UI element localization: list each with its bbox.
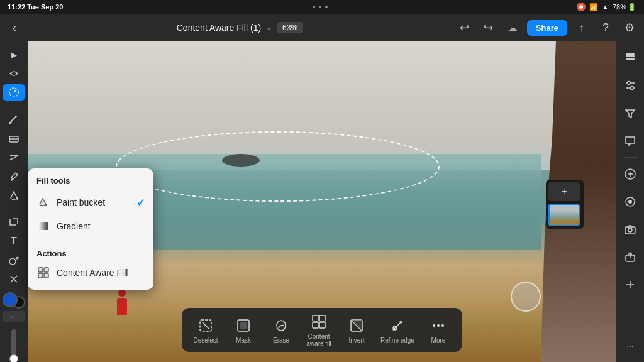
refine-edge-label: Refine edge [380, 337, 414, 344]
tool-fill[interactable] [3, 187, 25, 204]
battery-indicator: 78% 🔋 [613, 3, 636, 11]
svg-rect-21 [38, 273, 43, 278]
svg-rect-30 [313, 322, 318, 328]
right-toolbar: ··· [616, 41, 644, 362]
deselect-tool[interactable]: Deselect [192, 317, 219, 344]
help-button[interactable]: ? [596, 18, 615, 37]
svg-rect-22 [44, 273, 48, 278]
add-button[interactable] [619, 163, 641, 185]
status-center-dots [313, 6, 328, 8]
back-button[interactable]: ‹ [5, 18, 24, 37]
svg-point-11 [631, 87, 634, 90]
settings-button[interactable]: ⚙ [620, 18, 639, 37]
undo-button[interactable]: ↩ [455, 18, 474, 37]
add-layer-button[interactable]: + [548, 182, 580, 201]
svg-point-36 [441, 324, 444, 327]
doc-dropdown-chevron[interactable]: ⌄ [266, 23, 272, 32]
more-tools-button[interactable]: ··· [3, 311, 25, 322]
mask-icon [235, 317, 252, 334]
camera-button[interactable] [619, 218, 641, 241]
svg-point-4 [9, 258, 16, 265]
refine-edge-tool[interactable]: Refine edge [380, 317, 414, 344]
deselect-label: Deselect [194, 337, 218, 344]
paint-bucket-icon [36, 195, 50, 209]
redo-button[interactable]: ↪ [479, 18, 498, 37]
tool-magic-select[interactable] [3, 84, 25, 101]
tool-brush[interactable] [3, 111, 25, 128]
tool-crop[interactable] [3, 214, 25, 230]
paint-bucket-checkmark: ✓ [136, 197, 145, 209]
mask-tool[interactable]: Mask [230, 317, 257, 344]
status-right: 📶 ▲ 78% 🔋 [577, 3, 636, 11]
export-button[interactable]: ↑ [572, 18, 591, 37]
top-bar: ‹ Content Aware Fill (1) ⌄ 63% ↩ ↪ ☁ Sha… [0, 14, 644, 41]
erase-tool[interactable]: Erase [267, 317, 295, 344]
tool-text[interactable]: T [3, 233, 25, 250]
tool-select-move[interactable]: ▸ [3, 47, 25, 63]
tool-eyedropper[interactable] [3, 168, 25, 184]
separator2 [6, 209, 21, 209]
svg-rect-19 [38, 268, 43, 272]
tool-eraser[interactable] [3, 130, 25, 146]
cloud-sync-button[interactable]: ☁ [503, 18, 522, 37]
svg-rect-20 [44, 268, 48, 272]
wifi-icon: 📶 [589, 3, 598, 11]
status-time-date: 11:22 Tue Sep 20 [8, 3, 63, 11]
more-bottom-label: More [431, 337, 446, 344]
svg-point-16 [628, 228, 632, 232]
content-aware-fill-label: Content Aware Fill [57, 268, 145, 278]
tool-lasso[interactable] [3, 65, 25, 82]
record-indicator [577, 3, 586, 11]
tool-smudge[interactable] [3, 149, 25, 165]
svg-rect-29 [319, 315, 325, 321]
more-bottom-icon [430, 317, 447, 334]
adjustments-button[interactable] [619, 74, 641, 97]
svg-rect-18 [38, 222, 48, 230]
svg-point-9 [628, 82, 631, 85]
layers-button[interactable] [619, 47, 641, 69]
foreground-color[interactable] [3, 292, 18, 307]
invert-tool[interactable]: Invert [343, 317, 370, 344]
healing2-button[interactable] [619, 273, 641, 296]
mask-label: Mask [236, 337, 251, 344]
zoom-level[interactable]: 63% [277, 22, 303, 33]
photo-person [116, 289, 128, 314]
export2-button[interactable] [619, 246, 641, 268]
bottom-toolbar: Deselect Mask Erase Con [182, 308, 462, 352]
color-wells [3, 292, 25, 309]
deselect-icon [197, 317, 214, 334]
content-aware-fill-icon [36, 266, 50, 280]
invert-label: Invert [349, 337, 365, 344]
separator1 [6, 106, 21, 106]
status-bar: 11:22 Tue Sep 20 📶 ▲ 78% 🔋 [0, 0, 644, 14]
content-aware-fill-bottom-label: Contentaware fill [306, 333, 331, 347]
share-button[interactable]: Share [527, 20, 567, 36]
content-aware-fill-bottom-icon [310, 313, 328, 331]
tool-healing[interactable] [3, 271, 25, 287]
top-actions: ↩ ↪ ☁ Share ↑ ? ⚙ [455, 18, 639, 37]
tool-clone[interactable] [3, 252, 25, 268]
history-button[interactable] [619, 190, 641, 213]
comments-button[interactable] [619, 129, 641, 152]
svg-rect-31 [319, 322, 325, 328]
more2-button[interactable]: ··· [619, 334, 641, 357]
opacity-slider[interactable] [11, 329, 16, 357]
brush-size-handle[interactable] [511, 282, 541, 312]
gradient-item[interactable]: Gradient [28, 214, 153, 238]
document-title-area: Content Aware Fill (1) ⌄ 63% [29, 22, 450, 33]
content-aware-fill-tool[interactable]: Contentaware fill [305, 313, 333, 347]
invert-icon [348, 317, 365, 334]
content-aware-fill-item[interactable]: Content Aware Fill [28, 261, 153, 285]
actions-title: Actions [28, 244, 153, 261]
more-tool[interactable]: More [425, 317, 452, 344]
filters-button[interactable] [619, 102, 641, 124]
svg-point-35 [437, 324, 440, 327]
layer-thumbnail[interactable] [548, 204, 580, 226]
svg-point-14 [628, 200, 632, 204]
popup-separator [28, 241, 153, 241]
svg-rect-6 [626, 58, 635, 60]
gradient-icon [36, 219, 50, 233]
svg-point-1 [9, 122, 12, 124]
svg-rect-7 [626, 53, 635, 55]
paint-bucket-item[interactable]: Paint bucket ✓ [28, 190, 153, 214]
